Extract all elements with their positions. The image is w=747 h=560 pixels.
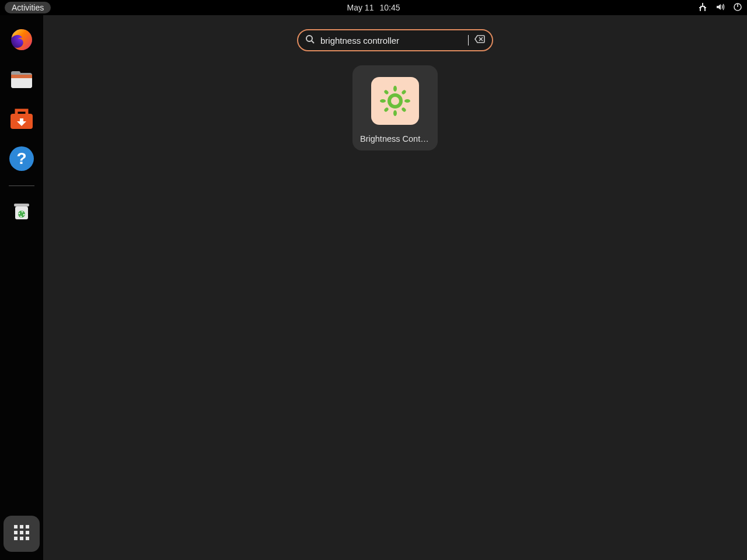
top-bar: Activities May 11 10:45 xyxy=(0,0,747,15)
activities-overview: Brightness Controller xyxy=(43,15,747,560)
clear-search-icon[interactable] xyxy=(474,35,485,46)
svg-point-36 xyxy=(404,99,410,103)
time-label: 10:45 xyxy=(379,3,400,12)
search-box[interactable] xyxy=(297,29,493,51)
dock-app-trash[interactable] xyxy=(8,198,36,226)
svg-point-40 xyxy=(401,107,407,113)
svg-text:?: ? xyxy=(16,149,26,167)
network-icon[interactable] xyxy=(698,2,707,13)
svg-rect-22 xyxy=(14,531,18,534)
dock-app-software[interactable] xyxy=(8,106,36,134)
search-icon xyxy=(305,34,315,46)
power-icon[interactable] xyxy=(733,2,742,13)
svg-point-33 xyxy=(393,86,397,92)
dock-app-help[interactable]: ? xyxy=(8,146,36,174)
ubuntu-software-icon xyxy=(8,106,35,135)
activities-label: Activities xyxy=(12,3,44,12)
svg-rect-25 xyxy=(14,537,18,540)
svg-point-34 xyxy=(393,110,397,116)
dock-divider xyxy=(9,186,34,186)
dock-app-firefox[interactable] xyxy=(8,27,36,55)
grid-icon xyxy=(13,524,30,544)
firefox-icon xyxy=(8,26,35,55)
svg-rect-23 xyxy=(20,531,23,534)
svg-point-35 xyxy=(380,99,386,103)
svg-rect-13 xyxy=(11,75,32,78)
brightness-controller-icon xyxy=(371,77,419,125)
text-cursor xyxy=(468,35,469,46)
svg-rect-2 xyxy=(704,7,706,8)
svg-rect-4 xyxy=(704,8,706,11)
date-label: May 11 xyxy=(347,3,374,12)
svg-rect-21 xyxy=(26,525,29,528)
svg-line-29 xyxy=(312,41,314,43)
search-result-label: Brightness Controller xyxy=(360,134,430,144)
svg-rect-6 xyxy=(700,6,705,7)
show-applications-button[interactable] xyxy=(4,516,40,552)
system-status-area[interactable] xyxy=(698,2,742,13)
svg-rect-26 xyxy=(20,537,23,540)
dock: ? xyxy=(0,15,43,560)
help-icon: ? xyxy=(8,145,35,174)
svg-point-28 xyxy=(306,36,312,41)
files-icon xyxy=(8,66,35,95)
svg-point-37 xyxy=(383,89,389,95)
svg-rect-0 xyxy=(702,3,703,6)
clock[interactable]: May 11 10:45 xyxy=(347,3,400,12)
svg-rect-1 xyxy=(699,7,701,8)
volume-icon[interactable] xyxy=(715,2,725,13)
svg-rect-3 xyxy=(700,8,701,11)
svg-rect-17 xyxy=(14,204,29,206)
svg-rect-20 xyxy=(20,525,23,528)
activities-button[interactable]: Activities xyxy=(5,2,51,13)
svg-point-39 xyxy=(383,107,389,113)
svg-rect-24 xyxy=(26,531,29,534)
search-input[interactable] xyxy=(320,36,467,46)
svg-rect-27 xyxy=(26,537,29,540)
svg-point-38 xyxy=(401,89,407,95)
search-result-app[interactable]: Brightness Controller xyxy=(352,65,438,150)
svg-point-32 xyxy=(389,95,401,107)
svg-rect-19 xyxy=(14,525,18,528)
trash-icon xyxy=(9,198,34,226)
dock-app-files[interactable] xyxy=(8,66,36,94)
